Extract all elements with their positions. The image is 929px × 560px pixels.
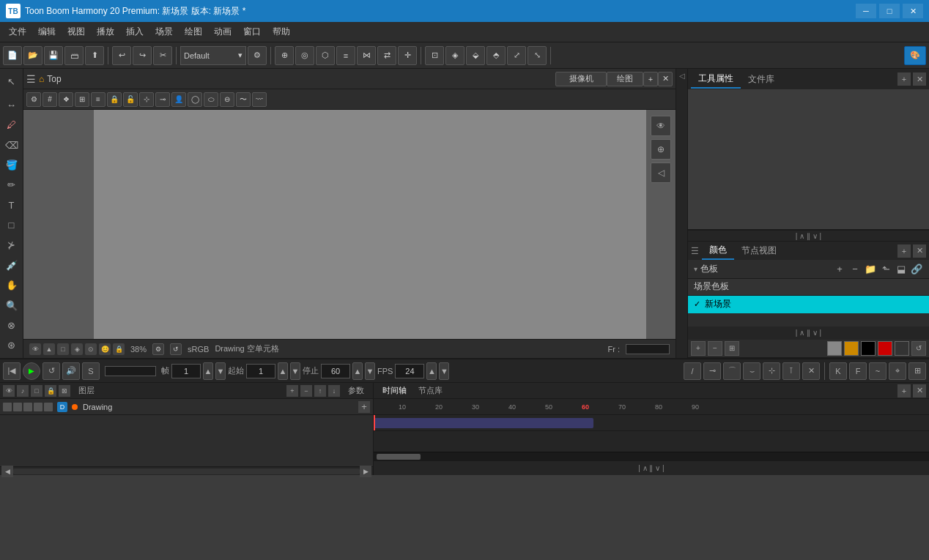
tb6[interactable]: ⇄ — [377, 46, 396, 65]
hand-tool[interactable]: ✋ — [1, 276, 22, 295]
menu-scene[interactable]: 场景 — [149, 23, 179, 40]
eyedrop-tool[interactable]: 💉 — [1, 255, 22, 275]
anim-kf1[interactable]: K — [829, 362, 847, 380]
tb2[interactable]: ◎ — [295, 46, 314, 65]
palette-folder-btn[interactable]: 📁 — [864, 262, 877, 275]
menu-playback[interactable]: 播放 — [91, 23, 120, 40]
menu-drawing[interactable]: 绘图 — [179, 23, 208, 40]
save-as-button[interactable]: 🗃 — [64, 46, 84, 65]
tb12[interactable]: ⤢ — [507, 46, 526, 65]
add-color-btn[interactable]: + — [691, 341, 706, 356]
menu-view[interactable]: 视图 — [62, 23, 91, 40]
tab-timeline[interactable]: 时间轴 — [377, 384, 412, 397]
morph-tool[interactable]: ⊛ — [1, 336, 22, 355]
close-timeline-btn[interactable]: ✕ — [913, 384, 926, 397]
anim-ease-btn[interactable]: ⌖ — [889, 362, 906, 380]
layer-box-btn[interactable]: □ — [31, 385, 42, 397]
start-up-btn[interactable]: ▲ — [278, 362, 288, 380]
audio-btn[interactable]: 🔊 — [62, 362, 80, 380]
vt-btn5[interactable]: ⊸ — [155, 92, 170, 107]
anim-key2[interactable]: ⊸ — [703, 362, 721, 380]
color-palette-button[interactable]: 🎨 — [904, 46, 926, 65]
anim-motion-btn[interactable]: ~ — [869, 362, 887, 380]
layer-sound-btn[interactable]: ♪ — [17, 385, 29, 397]
anim-key4[interactable]: ⌣ — [743, 362, 760, 380]
remove-color-btn[interactable]: − — [708, 341, 722, 356]
anim-kf2[interactable]: F — [849, 362, 867, 380]
redo-button[interactable]: ↪ — [133, 46, 152, 65]
tb10[interactable]: ⬙ — [466, 46, 485, 65]
tab-node-library[interactable]: 节点库 — [412, 384, 448, 397]
anim-key5[interactable]: ⊹ — [763, 362, 780, 380]
vt-lock2-btn[interactable]: 🔓 — [123, 92, 138, 107]
vt-flat-btn[interactable]: ⊖ — [220, 92, 234, 107]
menu-window[interactable]: 窗口 — [237, 23, 267, 40]
drawing-view-btn[interactable]: 绘图 — [607, 72, 643, 86]
active-palette-item[interactable]: ✓ 新场景 — [688, 296, 929, 313]
tab-file-library[interactable]: 文件库 — [741, 71, 782, 88]
pivot-tool[interactable]: ⊗ — [1, 316, 22, 335]
timeline-scrollbar[interactable] — [374, 452, 929, 460]
layer-view-btn[interactable]: ⊕ — [651, 139, 671, 160]
rewind-btn[interactable]: ↺ — [42, 362, 60, 380]
layer-remove-btn[interactable]: − — [300, 385, 312, 397]
close-panel-btn[interactable]: ✕ — [913, 72, 926, 86]
audio2-btn[interactable]: S — [82, 362, 100, 380]
scroll-left-btn[interactable]: ◀ — [1, 466, 13, 477]
pencil-tool[interactable]: ✏ — [1, 176, 22, 195]
zoom-tool[interactable]: 🔍 — [1, 296, 22, 315]
fps-input[interactable] — [395, 364, 424, 378]
timeline-scroll-thumb[interactable] — [377, 454, 421, 460]
close-view-btn[interactable]: ✕ — [658, 72, 673, 86]
eraser-tool[interactable]: ⌫ — [1, 135, 22, 154]
add-timeline-btn[interactable]: + — [897, 384, 911, 397]
right-mid-collapse[interactable]: | ∧ ∥ ∨ | — [688, 230, 929, 242]
stop-down-btn[interactable]: ▼ — [365, 362, 375, 380]
menu-file[interactable]: 文件 — [3, 23, 32, 40]
eye-view-btn[interactable]: 👁 — [651, 116, 671, 136]
frame-up-btn[interactable]: ▲ — [203, 362, 213, 380]
scroll-right-btn[interactable]: ▶ — [360, 466, 371, 477]
vt-grid-btn[interactable]: # — [42, 92, 57, 107]
fg-color-swatch[interactable] — [861, 341, 876, 356]
vt-lock-btn[interactable]: 🔒 — [107, 92, 122, 107]
menu-edit[interactable]: 编辑 — [32, 23, 62, 40]
tab-color[interactable]: 颜色 — [702, 242, 734, 260]
palette-btn1[interactable]: ⬑ — [879, 262, 892, 275]
add-palette-panel-btn[interactable]: + — [897, 244, 911, 258]
tab-tool-properties[interactable]: 工具属性 — [691, 70, 741, 89]
menu-insert[interactable]: 插入 — [120, 23, 149, 40]
stop-frame-input[interactable] — [321, 364, 350, 378]
view-dropdown[interactable]: Default ▾ — [180, 46, 246, 65]
tb11[interactable]: ⬘ — [486, 46, 506, 65]
layer-scrollbar[interactable]: ◀ ▶ — [0, 466, 373, 475]
cutter-tool[interactable]: ⊁ — [1, 236, 22, 255]
save-button[interactable]: 💾 — [44, 46, 63, 65]
add-panel-btn[interactable]: + — [897, 72, 911, 86]
layer-down-btn[interactable]: ↓ — [328, 385, 340, 397]
playback-slider[interactable] — [105, 366, 156, 376]
camera-view-btn[interactable]: 摄像机 — [555, 72, 607, 86]
viewport-canvas[interactable] — [94, 110, 646, 339]
minimize-button[interactable]: ─ — [856, 4, 876, 18]
collapse-right-btn[interactable]: ◁ — [651, 163, 671, 183]
duplicate-color-btn[interactable]: ⊞ — [725, 341, 739, 356]
anim-key6[interactable]: ⊺ — [782, 362, 800, 380]
tb8[interactable]: ⊡ — [425, 46, 444, 65]
tab-node-view[interactable]: 节点视图 — [734, 242, 784, 259]
timeline-row-drawing[interactable] — [374, 415, 929, 431]
brush-color-swatch[interactable] — [827, 341, 842, 356]
vt-char-btn[interactable]: 👤 — [171, 92, 186, 107]
anim-btn9[interactable]: ⊞ — [908, 362, 926, 380]
add-view-btn[interactable]: + — [643, 72, 658, 86]
stop-up-btn[interactable]: ▲ — [352, 362, 363, 380]
anim-delete-btn[interactable]: ✕ — [802, 362, 820, 380]
bg-color-swatch[interactable] — [895, 341, 909, 356]
undo-button[interactable]: ↩ — [112, 46, 131, 65]
tb1[interactable]: ⊕ — [275, 46, 294, 65]
vt-btn1[interactable]: ⚙ — [26, 92, 41, 107]
anim-key3[interactable]: ⌒ — [723, 362, 741, 380]
layer-lock-btn[interactable]: 🔒 — [45, 385, 56, 397]
workspace-button[interactable]: ⚙ — [248, 46, 267, 65]
start-down-btn[interactable]: ▼ — [290, 362, 300, 380]
